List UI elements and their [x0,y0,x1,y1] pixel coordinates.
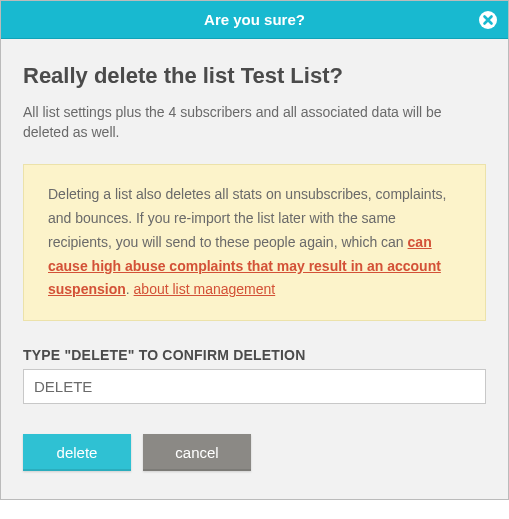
modal-body: Really delete the list Test List? All li… [1,39,508,499]
cancel-button[interactable]: cancel [143,434,251,471]
modal-title: Are you sure? [204,11,305,28]
warning-box: Deleting a list also deletes all stats o… [23,164,486,321]
delete-button[interactable]: delete [23,434,131,471]
modal-header: Are you sure? [1,1,508,39]
confirm-description: All list settings plus the 4 subscribers… [23,103,486,142]
confirm-delete-modal: Are you sure? Really delete the list Tes… [0,0,509,500]
about-list-management-link[interactable]: about list management [134,281,276,297]
warning-separator: . [126,281,134,297]
close-icon[interactable] [478,10,498,30]
warning-text: Deleting a list also deletes all stats o… [48,186,446,250]
confirm-heading: Really delete the list Test List? [23,63,486,89]
confirm-input-label: TYPE "DELETE" TO CONFIRM DELETION [23,347,486,363]
confirm-delete-input[interactable] [23,369,486,404]
button-row: delete cancel [23,434,486,471]
